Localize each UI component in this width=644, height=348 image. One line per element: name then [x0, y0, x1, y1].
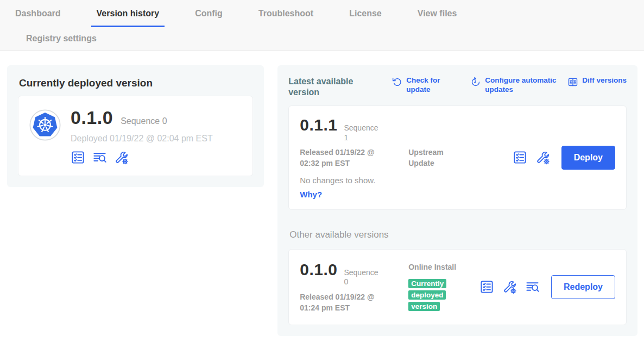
edit-config-wrench-icon[interactable]: [114, 150, 129, 165]
current-version-card: 0.1.0 Sequence 0 Deployed 01/19/22 @ 02:…: [18, 96, 253, 176]
latest-available-header: Latest available version Check for updat…: [288, 76, 627, 98]
diff-columns-icon: [567, 77, 578, 88]
view-files-search-icon[interactable]: [92, 150, 107, 165]
other-version-card: 0.1.0 Sequence 0 Released 01/19/22 @ 01:…: [288, 249, 627, 325]
tab-dashboard[interactable]: Dashboard: [10, 9, 66, 27]
currently-deployed-title: Currently deployed version: [18, 76, 253, 89]
tab-version-history[interactable]: Version history: [91, 9, 165, 27]
currently-deployed-badge-wrap: Currently deployed version: [408, 278, 453, 312]
latest-version-number: 0.1.1: [300, 116, 337, 134]
preflight-checklist-icon[interactable]: [513, 150, 527, 165]
latest-card-actions: Deploy: [513, 146, 615, 170]
other-version-info: 0.1.0 Sequence 0 Released 01/19/22 @ 01:…: [300, 260, 408, 314]
other-available-versions-title: Other available versions: [289, 229, 627, 240]
tab-license[interactable]: License: [344, 9, 387, 27]
current-sequence-label: Sequence 0: [121, 116, 167, 126]
configure-automatic-updates-label: Configure automatic updates: [485, 76, 567, 95]
content-area: Currently deployed version 0.1.0 Sequenc…: [0, 51, 644, 336]
tab-view-files[interactable]: View files: [412, 9, 463, 27]
other-sequence-label: Sequence 0: [344, 268, 383, 287]
check-for-update-label: Check for update: [406, 76, 449, 95]
latest-version-card: 0.1.1 Sequence 1 Released 01/19/22 @ 02:…: [288, 105, 627, 210]
kubernetes-app-icon: [29, 109, 61, 141]
currently-deployed-panel: Currently deployed version 0.1.0 Sequenc…: [7, 65, 264, 187]
other-source-column: Online Install Currently deployed versio…: [408, 262, 460, 312]
current-version-info: 0.1.0 Sequence 0 Deployed 01/19/22 @ 02:…: [71, 107, 213, 165]
other-version-number: 0.1.0: [300, 260, 337, 279]
latest-source-label: Upstream Update: [408, 147, 460, 169]
preflight-checklist-icon[interactable]: [479, 279, 494, 294]
deploy-button[interactable]: Deploy: [561, 146, 615, 170]
latest-available-title: Latest available version: [288, 76, 370, 98]
view-files-search-icon[interactable]: [525, 279, 540, 294]
latest-version-info: 0.1.1 Sequence 1 Released 01/19/22 @ 02:…: [300, 116, 408, 200]
latest-sequence-label: Sequence 1: [344, 123, 383, 142]
other-card-actions: Redeploy: [479, 275, 615, 299]
latest-available-panel: Latest available version Check for updat…: [277, 65, 637, 336]
diff-versions-label: Diff versions: [582, 76, 627, 85]
top-nav: Dashboard Version history Config Trouble…: [0, 0, 644, 51]
other-source-label: Online Install: [408, 263, 456, 271]
no-changes-note: No changes to show.: [300, 176, 408, 185]
preflight-checklist-icon[interactable]: [71, 150, 85, 165]
nav-row-1: Dashboard Version history Config Trouble…: [10, 9, 644, 27]
currently-deployed-badge: Currently deployed version: [408, 279, 446, 311]
edit-config-wrench-icon[interactable]: [535, 150, 550, 165]
tab-registry-settings[interactable]: Registry settings: [21, 34, 102, 51]
check-for-update-link[interactable]: Check for update: [392, 76, 449, 95]
scheduled-refresh-icon: [470, 77, 481, 88]
configure-automatic-updates-link[interactable]: Configure automatic updates: [470, 76, 567, 95]
current-version-number: 0.1.0: [71, 107, 113, 128]
tab-troubleshoot[interactable]: Troubleshoot: [253, 9, 319, 27]
why-link[interactable]: Why?: [300, 190, 322, 199]
diff-versions-link[interactable]: Diff versions: [567, 76, 627, 88]
deployed-timestamp: Deployed 01/19/22 @ 02:04 pm EST: [71, 134, 213, 144]
tab-config[interactable]: Config: [190, 9, 228, 27]
redeploy-button[interactable]: Redeploy: [551, 275, 615, 299]
refresh-icon: [392, 77, 402, 88]
edit-config-wrench-icon[interactable]: [502, 279, 517, 294]
other-released-timestamp: Released 01/19/22 @ 01:24 pm EST: [300, 291, 393, 314]
latest-released-timestamp: Released 01/19/22 @ 02:32 pm EST: [300, 147, 393, 169]
nav-row-2: Registry settings: [10, 27, 644, 51]
